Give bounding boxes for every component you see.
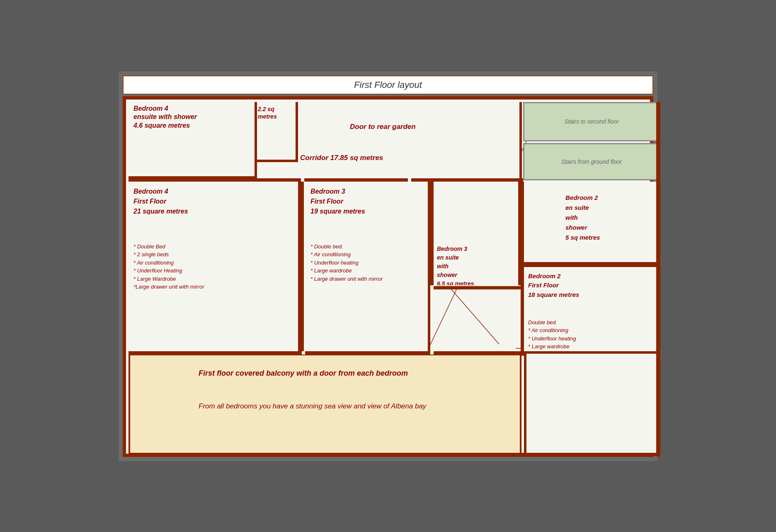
wall-gap-1 [301, 178, 304, 182]
bedroom3-ensuite-label: Bedroom 3en suitewithshower6.5 sq metres [437, 245, 474, 288]
wall-gap-bottom2 [430, 351, 434, 355]
bedroom4-features: * Double Bed* 2 single beds* Air conditi… [133, 243, 204, 291]
door-rear-label: Door to rear garden [350, 122, 416, 131]
balcony-text1: First floor covered balcony with a door … [199, 369, 408, 378]
page-title: First Floor layout [123, 75, 653, 95]
wall-v-mid2 [430, 182, 434, 285]
wall-h-bottom-right1 [434, 351, 524, 355]
wall-h-top-mid [304, 178, 408, 182]
wall-h-bottom-left [129, 351, 302, 355]
corridor-label: Corridor 17.85 sq metres [300, 153, 383, 163]
floor-plan: Bedroom 4ensuite with shower4.6 square m… [123, 96, 653, 457]
bedroom4-main-label: Bedroom 4First Floor21 square metres [133, 187, 188, 216]
bedroom2-features: Double bed.* Air conditioning* Underfloo… [528, 318, 600, 359]
bedroom3-features: * Double bed.* Air conditioning* Underfl… [310, 243, 383, 283]
stairs-ground-floor: Stairs from ground floor [523, 143, 660, 180]
bedroom4-ensuite-label: Bedroom 4ensuite with shower4.6 square m… [133, 104, 197, 130]
balcony-text2: From all bedrooms you have a stunning se… [199, 402, 426, 411]
wall-h-top-right [411, 178, 523, 182]
wall-v-mid1 [301, 182, 304, 354]
bedroom2-ensuite-label: Bedroom 2en suitewithshower5 sq metres [565, 193, 600, 243]
wall-gap-bottom1 [302, 351, 305, 355]
wall-bottom [129, 453, 659, 456]
wall-v-right1 [521, 182, 524, 356]
wall-h-mid-right [434, 286, 524, 289]
bedroom3-main-label: Bedroom 3First Floor19 square metres [310, 187, 365, 216]
wall-gap-2 [408, 178, 411, 182]
corridor-area [298, 102, 522, 181]
small-room-label: 2.2 sqmetres [258, 105, 277, 120]
wall-h-top-left [129, 178, 303, 182]
bedroom2-main-label: Bedroom 2First Floor18 square metres [528, 272, 579, 300]
bedroom2-bottom-ext [524, 354, 659, 455]
wall-right [656, 102, 660, 457]
stairs-second-floor: Stairs to second floor [523, 102, 660, 141]
floor-plan-wrapper: First Floor layout Bedroom 4ensuite with… [119, 71, 657, 461]
wall-h-bottom-mid [305, 351, 430, 355]
